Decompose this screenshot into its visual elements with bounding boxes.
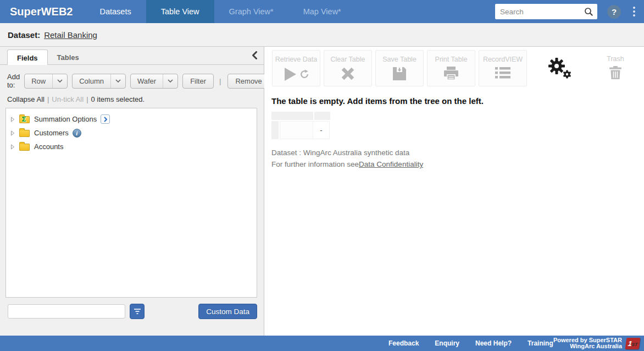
- row-button-label: Row: [25, 77, 52, 85]
- add-to-label: Add to:: [7, 73, 20, 89]
- data-confidentiality-link[interactable]: Data Confidentiality: [359, 160, 423, 168]
- folder-icon: [19, 130, 30, 137]
- print-table-button: Print Table: [427, 50, 475, 86]
- help-icon[interactable]: ?: [607, 5, 621, 19]
- dataset-info-text: Dataset : WingArc Australia synthetic da…: [271, 149, 409, 157]
- row-chevron-down-icon[interactable]: [52, 74, 67, 88]
- remove-button-label: Remove: [228, 77, 269, 85]
- remove-button[interactable]: Remove: [227, 74, 269, 89]
- placeholder-header-cell: [271, 112, 313, 120]
- top-navbar: SuperWEB2 Datasets Table View Graph View…: [0, 0, 644, 23]
- wafer-button-label: Wafer: [131, 77, 163, 85]
- retrieve-data-button: Retrieve Data: [272, 50, 320, 86]
- footer-link-enquiry[interactable]: Enquiry: [435, 339, 459, 347]
- tab-fields[interactable]: Fields: [7, 50, 48, 65]
- custom-data-button[interactable]: Custom Data: [198, 304, 257, 319]
- filter-button-label: Filter: [183, 77, 213, 85]
- nav-map-view-label: Map View*: [303, 7, 341, 16]
- table-toolbar: Retrieve Data Clear Table Save Table Pri…: [272, 50, 632, 86]
- list-icon: [495, 67, 510, 81]
- dataset-breadcrumb-bar: Dataset: Retail Banking: [0, 23, 644, 47]
- powered-by-text: Powered by SuperSTAR WingArc Australia: [553, 337, 626, 350]
- folder-icon: [19, 144, 30, 151]
- filter-button[interactable]: Filter: [182, 74, 214, 89]
- superstar-1st-logo: 1ST: [625, 338, 641, 349]
- table-options-gear-icon[interactable]: [547, 57, 573, 82]
- header-search-box: [495, 4, 597, 19]
- add-to-column-button[interactable]: Column: [72, 74, 126, 89]
- untick-all-link: Un-tick All: [52, 95, 84, 103]
- tree-item-label[interactable]: Summation Options: [34, 115, 97, 123]
- save-floppy-icon: [392, 67, 407, 83]
- nav-graph-view-label: Graph View*: [229, 7, 274, 16]
- toolbar-separator: |: [219, 77, 221, 85]
- nav-table-view-label: Table View: [161, 7, 199, 16]
- field-tree: Σ Summation Options Customers i Accounts: [5, 108, 257, 298]
- tree-item-summation-options[interactable]: Σ Summation Options: [10, 112, 257, 126]
- recordview-button: RecordVIEW: [479, 50, 527, 86]
- search-input[interactable]: [495, 4, 597, 19]
- add-to-toolbar: Add to: Row Column Wafer Filter | Remove: [7, 73, 264, 89]
- dataset-link[interactable]: Retail Banking: [44, 30, 97, 40]
- tree-search-input[interactable]: [8, 304, 125, 319]
- sigma-icon: Σ: [21, 115, 26, 123]
- column-chevron-down-icon[interactable]: [110, 74, 125, 88]
- wafer-chevron-down-icon[interactable]: [163, 74, 177, 88]
- print-table-label: Print Table: [435, 56, 468, 63]
- main-nav: Datasets Table View Graph View* Map View…: [85, 0, 356, 23]
- clear-table-button: Clear Table: [324, 50, 372, 86]
- tree-search-controls: Custom Data: [8, 304, 257, 319]
- trash-icon: [609, 66, 621, 82]
- selection-status-row: Collapse All|Un-tick All|0 items selecte…: [7, 95, 264, 103]
- tree-item-label[interactable]: Accounts: [34, 142, 63, 151]
- nav-datasets-label: Datasets: [99, 7, 131, 16]
- play-icon: [283, 67, 297, 84]
- summation-options-arrow-button[interactable]: [101, 114, 110, 124]
- footer-link-training[interactable]: Training: [528, 339, 553, 347]
- kebab-menu-icon[interactable]: [633, 7, 635, 9]
- left-panel-tabs: Fields Tables: [0, 47, 264, 65]
- dataset-label: Dataset:: [8, 30, 40, 40]
- search-icon[interactable]: [584, 7, 593, 19]
- expand-triangle-icon[interactable]: [10, 130, 16, 136]
- field-selection-panel: Fields Tables Add to: Row Column Wafer F…: [0, 47, 264, 336]
- nav-graph-view: Graph View*: [214, 0, 288, 23]
- footer-link-need-help[interactable]: Need Help?: [475, 339, 512, 347]
- collapse-panel-icon[interactable]: [252, 51, 257, 62]
- logo-text-2: ST: [631, 342, 637, 347]
- save-table-button: Save Table: [375, 50, 424, 86]
- trash-button: Trash: [598, 50, 632, 82]
- collapse-all-link[interactable]: Collapse All: [7, 95, 45, 103]
- printer-icon: [443, 67, 459, 83]
- separator: |: [47, 95, 49, 103]
- add-to-row-button[interactable]: Row: [24, 74, 68, 89]
- clear-table-label: Clear Table: [330, 56, 365, 63]
- save-table-label: Save Table: [382, 56, 417, 63]
- footer-link-feedback[interactable]: Feedback: [388, 339, 419, 347]
- clear-x-icon: [341, 67, 355, 83]
- further-info-text: For further information seeData Confiden…: [271, 160, 423, 168]
- summation-folder-icon: Σ: [19, 116, 30, 123]
- empty-table-placeholder: -: [271, 112, 330, 139]
- tree-item-label[interactable]: Customers: [34, 129, 69, 137]
- tree-item-accounts[interactable]: Accounts: [10, 140, 257, 153]
- expand-triangle-icon[interactable]: [10, 117, 16, 122]
- placeholder-cell: [280, 121, 313, 139]
- placeholder-row-stub: [271, 121, 279, 139]
- trash-label: Trash: [607, 55, 624, 63]
- info-icon[interactable]: i: [73, 129, 81, 138]
- empty-table-message: The table is empty. Add items from the t…: [271, 96, 484, 106]
- recordview-label: RecordVIEW: [483, 56, 523, 63]
- add-to-wafer-button[interactable]: Wafer: [130, 74, 178, 89]
- tree-item-customers[interactable]: Customers i: [10, 126, 257, 140]
- expand-triangle-icon[interactable]: [10, 144, 16, 150]
- table-view-panel: Retrieve Data Clear Table Save Table Pri…: [264, 47, 644, 336]
- tab-tables[interactable]: Tables: [48, 50, 88, 64]
- separator: |: [86, 95, 88, 103]
- app-logo: SuperWEB2: [0, 6, 85, 18]
- further-info-prefix: For further information see: [271, 160, 359, 168]
- tree-filter-button[interactable]: [130, 304, 145, 319]
- nav-datasets[interactable]: Datasets: [85, 0, 146, 23]
- nav-table-view[interactable]: Table View: [146, 0, 214, 23]
- refresh-icon: [299, 69, 309, 81]
